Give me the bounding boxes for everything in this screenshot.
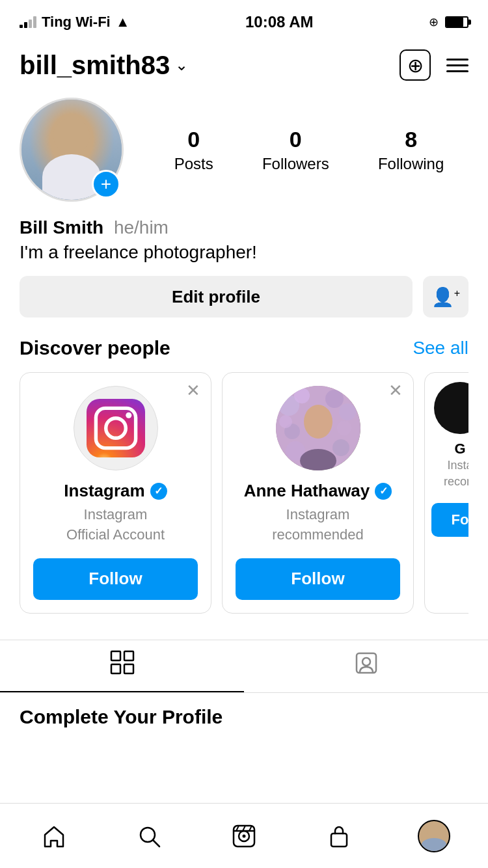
status-left: Ting Wi-Fi ▲ <box>20 14 129 31</box>
following-label: Following <box>378 155 444 173</box>
card-avatar-anne <box>276 386 360 470</box>
svg-line-23 <box>153 840 159 847</box>
svg-rect-17 <box>124 651 133 660</box>
avatar-body <box>42 154 101 200</box>
complete-profile-section: Complete Your Profile <box>0 693 488 741</box>
followers-count: 0 <box>290 127 302 152</box>
svg-point-3 <box>126 413 131 418</box>
nav-home[interactable] <box>28 823 80 849</box>
add-post-button[interactable]: ⊕ <box>400 49 431 81</box>
top-nav-icons: ⊕ <box>400 49 468 81</box>
card-avatar-g <box>434 382 468 434</box>
svg-rect-18 <box>111 664 120 673</box>
top-nav: bill_smith83 ⌄ ⊕ <box>0 39 488 91</box>
complete-profile-title: Complete Your Profile <box>20 706 223 727</box>
menu-line <box>446 59 468 61</box>
content-tabs <box>0 640 488 693</box>
username-area[interactable]: bill_smith83 ⌄ <box>20 51 188 80</box>
tagged-icon <box>353 650 379 682</box>
discover-header: Discover people See all <box>20 337 468 359</box>
menu-button[interactable] <box>446 59 468 72</box>
profile-actions: Edit profile 👤+ <box>20 276 468 318</box>
svg-point-11 <box>337 421 351 435</box>
nav-reels[interactable] <box>218 823 270 849</box>
close-icon[interactable]: ✕ <box>186 382 200 399</box>
profile-section: + 0 Posts 0 Followers 8 Following Bill S… <box>0 91 488 633</box>
follow-button-g[interactable]: Fo <box>431 503 468 537</box>
nav-profile-avatar <box>418 820 450 852</box>
tab-tagged[interactable] <box>244 640 488 692</box>
wifi-icon: ▲ <box>116 14 130 31</box>
svg-point-5 <box>304 405 332 439</box>
nav-profile[interactable] <box>408 820 460 852</box>
followers-stat[interactable]: 0 Followers <box>262 127 329 173</box>
close-icon[interactable]: ✕ <box>388 382 403 399</box>
svg-rect-19 <box>124 664 133 673</box>
followers-label: Followers <box>262 155 329 173</box>
add-story-button[interactable]: + <box>92 170 120 198</box>
card-name-instagram: Instagram <box>64 481 144 501</box>
carrier-label: Ting Wi-Fi <box>42 14 111 31</box>
svg-point-7 <box>294 388 310 403</box>
follow-button-anne[interactable]: Follow <box>236 558 400 600</box>
posts-label: Posts <box>174 155 213 173</box>
card-name-row-instagram: Instagram ✓ <box>64 481 167 501</box>
following-stat[interactable]: 8 Following <box>378 127 444 173</box>
nav-search[interactable] <box>123 823 175 849</box>
card-sub-anne: Instagramrecommended <box>272 505 364 545</box>
status-bar: Ting Wi-Fi ▲ 10:08 AM ⊕ <box>0 0 488 39</box>
discover-title: Discover people <box>20 337 170 359</box>
card-name-anne: Anne Hathaway <box>244 481 370 501</box>
svg-point-8 <box>325 390 344 408</box>
discover-card-instagram: ✕ <box>20 372 211 614</box>
menu-line <box>446 70 468 72</box>
username-label: bill_smith83 <box>20 51 170 80</box>
svg-rect-31 <box>331 834 347 847</box>
plus-icon: ⊕ <box>407 54 424 77</box>
add-friend-icon: 👤+ <box>431 286 460 308</box>
add-friend-button[interactable]: 👤+ <box>423 276 468 318</box>
menu-line <box>446 64 468 66</box>
svg-point-14 <box>332 439 349 456</box>
discover-card-g: G Instarecom Fo <box>424 372 468 614</box>
svg-rect-16 <box>111 651 120 660</box>
plus-icon: + <box>101 174 111 195</box>
pronouns-label: he/him <box>114 217 169 237</box>
discover-cards-container: ✕ <box>20 372 468 620</box>
svg-point-9 <box>339 403 356 420</box>
svg-point-12 <box>279 415 292 428</box>
time-label: 10:08 AM <box>245 13 313 31</box>
see-all-link[interactable]: See all <box>413 338 468 359</box>
battery-icon <box>445 16 468 28</box>
following-count: 8 <box>405 127 417 152</box>
verified-badge-instagram: ✓ <box>150 483 167 500</box>
content-tabs-wrap <box>0 640 488 693</box>
lock-icon: ⊕ <box>429 15 439 29</box>
svg-point-21 <box>362 658 370 666</box>
grid-icon <box>109 649 135 681</box>
chevron-down-icon: ⌄ <box>175 56 188 74</box>
posts-stat[interactable]: 0 Posts <box>174 127 213 173</box>
follow-button-instagram[interactable]: Follow <box>33 558 198 600</box>
profile-name-row: Bill Smith he/him <box>20 217 468 238</box>
avatar-head <box>53 118 90 154</box>
signal-icon <box>20 16 36 28</box>
stats-row: 0 Posts 0 Followers 8 Following <box>150 127 468 173</box>
avatar-wrap: + <box>20 98 124 202</box>
card-sub-g: Instarecom <box>444 457 468 490</box>
profile-top: + 0 Posts 0 Followers 8 Following <box>20 98 468 202</box>
bio-text: I'm a freelance photographer! <box>20 242 468 263</box>
card-sub-instagram: InstagramOfficial Account <box>66 505 165 545</box>
card-name-row-anne: Anne Hathaway ✓ <box>244 481 392 501</box>
nav-shop[interactable] <box>313 823 365 849</box>
verified-badge-anne: ✓ <box>375 483 392 500</box>
discover-card-anne: ✕ <box>222 372 414 614</box>
svg-point-26 <box>243 834 246 837</box>
tab-grid[interactable] <box>0 640 244 692</box>
edit-profile-button[interactable]: Edit profile <box>20 276 413 318</box>
card-name-g: G <box>454 441 465 457</box>
status-right: ⊕ <box>429 15 468 29</box>
bottom-nav <box>0 803 488 868</box>
display-name: Bill Smith <box>20 217 103 237</box>
posts-count: 0 <box>187 127 200 152</box>
